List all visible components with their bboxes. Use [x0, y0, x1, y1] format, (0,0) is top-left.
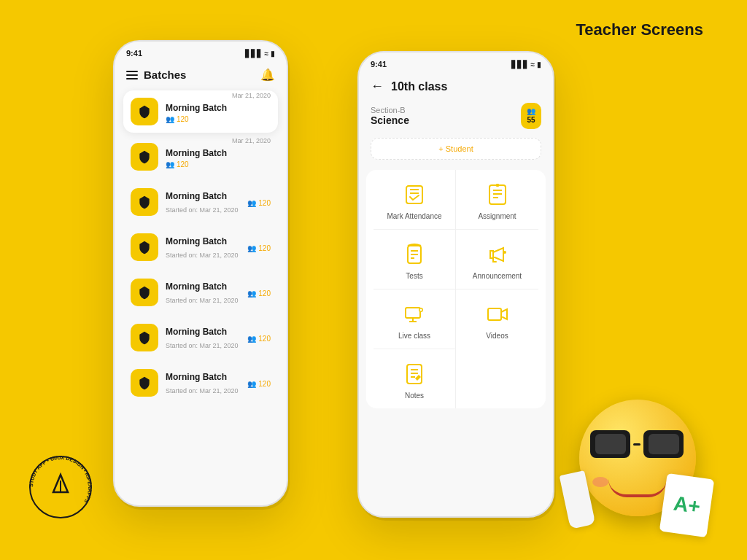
tests-label: Tests	[406, 272, 422, 280]
menu-item-announcement[interactable]: Announcement	[456, 230, 538, 289]
phone1-status-bar: 9:41 ▋▋▋ ≈ ▮	[115, 42, 287, 62]
batch-info-4: Morning Batch Started on: Mar 21, 2020	[166, 279, 240, 306]
batch-item-0[interactable]: Morning Batch Mar 21, 2020 👥 120	[123, 90, 278, 133]
batch-count-0: 👥 120	[166, 115, 271, 123]
phone1-time: 9:41	[126, 49, 142, 58]
live-class-icon	[401, 301, 427, 327]
batch-item-2[interactable]: Morning Batch Started on: Mar 21, 2020 👥…	[123, 181, 278, 223]
batch-date-1: Mar 21, 2020	[232, 137, 271, 144]
svg-rect-0	[406, 186, 422, 203]
batch-icon-6	[131, 369, 158, 397]
batch-name-1: Morning Batch	[166, 148, 227, 158]
wifi-icon: ≈	[265, 50, 269, 58]
student-count-badge: 👥 55	[521, 103, 541, 129]
batch-item-6[interactable]: Morning Batch Started on: Mar 21, 2020 👥…	[123, 362, 278, 404]
page-title: Teacher Screens	[576, 20, 703, 39]
battery-icon-2: ▮	[537, 61, 541, 69]
phone2-frame: 9:41 ▋▋▋ ≈ ▮ ← 10th class Section-B Scie…	[357, 51, 554, 518]
batch-started-2: Started on: Mar 21, 2020	[166, 206, 239, 214]
svg-text:STUDY APP • UI/UX DESIGN • RIP: STUDY APP • UI/UX DESIGN • RIPENAPPS	[28, 455, 93, 504]
batch-count-6: 👥 120	[247, 380, 271, 388]
tests-icon	[401, 241, 427, 268]
batch-count-5: 👥 120	[247, 335, 271, 343]
menu-item-assignment[interactable]: Assignment	[456, 170, 538, 230]
batch-item-3[interactable]: Morning Batch Started on: Mar 21, 2020 👥…	[123, 226, 278, 268]
batch-date-0: Mar 21, 2020	[232, 92, 271, 99]
phone1-frame: 9:41 ▋▋▋ ≈ ▮ Batches 🔔 Morni	[113, 40, 288, 507]
batches-label: Batches	[144, 69, 186, 81]
videos-label: Videos	[486, 332, 508, 340]
back-button[interactable]: ←	[371, 79, 384, 94]
menu-item-tests[interactable]: Tests	[374, 230, 456, 289]
menu-item-mark-attendance[interactable]: Mark Attendance	[374, 170, 456, 230]
notes-icon	[401, 361, 427, 387]
batch-info-5: Morning Batch Started on: Mar 21, 2020	[166, 324, 240, 351]
batch-icon-2	[131, 188, 158, 216]
signal-icon: ▋▋▋	[245, 50, 263, 58]
batch-info-6: Morning Batch Started on: Mar 21, 2020	[166, 370, 240, 396]
menu-item-videos[interactable]: Videos	[456, 289, 538, 349]
videos-icon	[484, 301, 511, 327]
batch-name-3: Morning Batch	[166, 236, 227, 246]
svg-point-12	[503, 251, 506, 254]
battery-icon: ▮	[271, 50, 275, 58]
batch-item-4[interactable]: Morning Batch Started on: Mar 21, 2020 👥…	[123, 271, 278, 314]
batch-info-0: Morning Batch Mar 21, 2020 👥 120	[166, 101, 271, 123]
batch-started-3: Started on: Mar 21, 2020	[166, 252, 239, 259]
batch-icon-4	[131, 279, 158, 306]
grade-label: A+	[672, 492, 702, 519]
hamburger-icon[interactable]	[126, 71, 138, 79]
assignment-label: Assignment	[478, 212, 516, 220]
class-header: ← 10th class	[359, 73, 553, 103]
class-info-text: Section-B Science	[371, 106, 409, 126]
batches-title-group: Batches	[126, 69, 186, 81]
class-subject: Science	[371, 114, 409, 126]
live-class-label: Live class	[398, 332, 430, 340]
phone2-status-bar: 9:41 ▋▋▋ ≈ ▮	[359, 52, 553, 73]
people-icon-1: 👥	[166, 160, 174, 168]
batch-icon-1	[131, 143, 158, 171]
people-icon-3: 👥	[247, 244, 256, 252]
batch-count-4: 👥 120	[247, 289, 271, 298]
students-icon: 👥	[527, 107, 535, 116]
brand-badge: STUDY APP • UI/UX DESIGN • RIPENAPPS	[28, 454, 93, 520]
svg-rect-13	[406, 308, 420, 318]
batch-item-5[interactable]: Morning Batch Started on: Mar 21, 2020 👥…	[123, 316, 278, 359]
class-section: Section-B	[371, 106, 409, 114]
batch-started-4: Started on: Mar 21, 2020	[166, 297, 239, 304]
class-title: 10th class	[391, 80, 447, 93]
wifi-icon-2: ≈	[531, 61, 535, 69]
menu-item-live-class[interactable]: Live class	[374, 289, 456, 349]
batch-name-4: Morning Batch	[166, 281, 227, 292]
mark-attendance-label: Mark Attendance	[387, 212, 441, 220]
menu-item-notes[interactable]: Notes	[374, 349, 456, 408]
batch-count-2: 👥 120	[247, 199, 271, 207]
announcement-label: Announcement	[473, 272, 522, 280]
notes-label: Notes	[405, 392, 424, 400]
class-menu-grid: Mark Attendance Assignment	[366, 170, 546, 408]
people-icon-0: 👥	[166, 115, 174, 123]
batch-info-1: Morning Batch Mar 21, 2020 👥 120	[166, 146, 271, 168]
phone2-time: 9:41	[371, 60, 387, 69]
batch-count-3: 👥 120	[247, 244, 271, 252]
batch-name-0: Morning Batch	[166, 103, 227, 113]
class-info-row: Section-B Science 👥 55	[359, 103, 553, 138]
batch-name-2: Morning Batch	[166, 191, 227, 201]
batch-info-3: Morning Batch Started on: Mar 21, 2020	[166, 234, 240, 260]
signal-icon-2: ▋▋▋	[511, 61, 529, 69]
batch-name-5: Morning Batch	[166, 327, 227, 337]
batch-item-1[interactable]: Morning Batch Mar 21, 2020 👥 120	[123, 136, 278, 178]
mark-attendance-icon	[401, 182, 427, 208]
emoji-smile	[608, 479, 667, 497]
add-student-button[interactable]: + Student	[371, 138, 541, 160]
batch-started-5: Started on: Mar 21, 2020	[166, 342, 239, 349]
batch-name-6: Morning Batch	[166, 372, 227, 382]
bell-icon[interactable]: 🔔	[260, 68, 275, 82]
mascot: A+	[565, 396, 711, 556]
grade-card: A+	[659, 473, 715, 537]
svg-rect-18	[488, 308, 501, 320]
brand-circle-svg: STUDY APP • UI/UX DESIGN • RIPENAPPS	[28, 454, 93, 520]
announcement-icon	[484, 241, 511, 268]
phone1-status-icons: ▋▋▋ ≈ ▮	[245, 50, 276, 58]
left-cheek	[592, 477, 608, 487]
